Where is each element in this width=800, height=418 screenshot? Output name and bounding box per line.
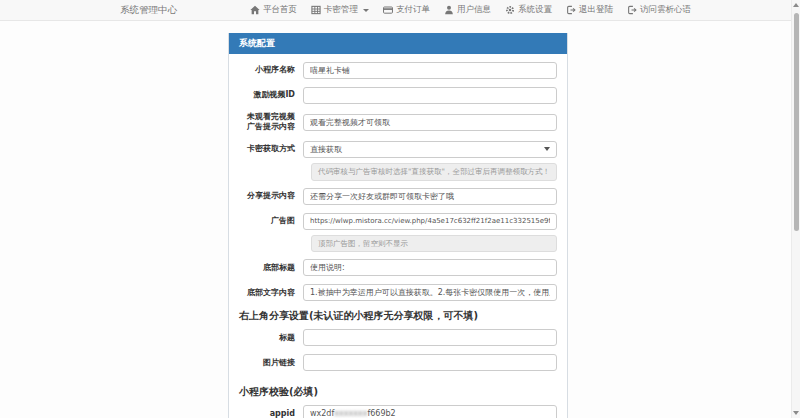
scrollbar-thumb[interactable]: [794, 13, 799, 231]
card-fetch-mode-label: 卡密获取方式: [239, 144, 303, 154]
footer-text-label: 底部文字内容: [239, 288, 303, 298]
nav-item-user-info[interactable]: 用户信息: [437, 4, 498, 16]
nav-item-logout[interactable]: 退出登陆: [559, 4, 620, 16]
share-tip-label: 分享提示内容: [239, 191, 303, 201]
card-fetch-mode-select[interactable]: 直接获取: [303, 141, 557, 158]
share-title-input[interactable]: [303, 329, 557, 346]
vertical-scrollbar[interactable]: [791, 0, 800, 418]
share-image-url-input[interactable]: [303, 354, 557, 371]
scroll-up-arrow-icon[interactable]: [793, 3, 799, 7]
footer-title-input[interactable]: [303, 259, 557, 276]
appid-masked-segment: xxxxxxx: [334, 409, 367, 418]
appid-prefix: wx2df: [310, 409, 334, 418]
screen: 系统管理中心 平台首页 卡密管理: [0, 0, 800, 418]
reward-video-id-label: 激励视频ID: [239, 90, 303, 100]
appid-label: appid: [239, 409, 303, 418]
nav-item-system-settings[interactable]: 系统设置: [498, 4, 559, 16]
system-config-panel: 系统配置 小程序名称 激励视频ID 未观看完视频 广告提示内容 卡密获取方式 直…: [228, 33, 568, 418]
reward-video-id-input[interactable]: [303, 87, 557, 104]
nav-item-label: 支付订单: [396, 4, 430, 16]
share-section-heading: 右上角分享设置(未认证的小程序无分享权限，可不填): [239, 309, 557, 323]
ad-image-label: 广告图: [239, 216, 303, 226]
verify-section-heading: 小程序校验(必填): [239, 385, 557, 399]
config-form: 小程序名称 激励视频ID 未观看完视频 广告提示内容 卡密获取方式 直接获取 代…: [229, 54, 567, 418]
share-title-label: 标题: [239, 333, 303, 343]
credit-card-icon: [383, 5, 393, 15]
share-image-url-label: 图片链接: [239, 358, 303, 368]
nav-item-platform-home[interactable]: 平台首页: [243, 4, 304, 16]
chevron-down-icon: [544, 147, 550, 151]
table-icon: [311, 5, 321, 15]
nav-item-label: 用户信息: [457, 4, 491, 16]
footer-text-input[interactable]: [303, 284, 557, 301]
unfinished-video-tip-input[interactable]: [303, 114, 557, 131]
nav-item-label: 卡密管理: [324, 4, 358, 16]
user-icon: [444, 5, 454, 15]
nav-item-label: 系统设置: [518, 4, 552, 16]
ad-image-input[interactable]: [303, 213, 557, 230]
nav-item-label: 平台首页: [263, 4, 297, 16]
app-name-label: 小程序名称: [239, 65, 303, 75]
nav-menu: 平台首页 卡密管理 支付订单: [243, 4, 698, 16]
nav-item-card-management[interactable]: 卡密管理: [304, 4, 376, 16]
logout-icon: [566, 5, 576, 15]
logout-icon: [627, 5, 637, 15]
card-fetch-mode-help: 代码审核与广告审核时选择"直接获取"，全部过审后再调整领取方式！: [311, 163, 557, 181]
appid-input[interactable]: wx2df xxxxxxx f669b2: [303, 405, 557, 418]
nav-item-label: 访问雲析心语: [640, 4, 691, 16]
nav-item-payment-orders[interactable]: 支付订单: [376, 4, 437, 16]
chevron-down-icon: [363, 9, 369, 12]
unfinished-video-tip-label: 未观看完视频 广告提示内容: [239, 112, 303, 133]
gear-icon: [505, 5, 515, 15]
nav-item-visit-site[interactable]: 访问雲析心语: [620, 4, 698, 16]
scroll-down-arrow-icon[interactable]: [793, 411, 799, 415]
footer-title-label: 底部标题: [239, 263, 303, 273]
top-navbar: 系统管理中心 平台首页 卡密管理: [0, 0, 800, 21]
panel-title: 系统配置: [229, 33, 567, 54]
share-tip-input[interactable]: [303, 188, 557, 205]
selected-option: 直接获取: [310, 144, 342, 155]
app-name-input[interactable]: [303, 62, 557, 79]
nav-item-label: 退出登陆: [579, 4, 613, 16]
home-icon: [250, 5, 260, 15]
app-title: 系统管理中心: [120, 4, 177, 17]
appid-suffix: f669b2: [367, 409, 395, 418]
ad-image-help: 顶部广告图，留空则不显示: [311, 235, 557, 253]
